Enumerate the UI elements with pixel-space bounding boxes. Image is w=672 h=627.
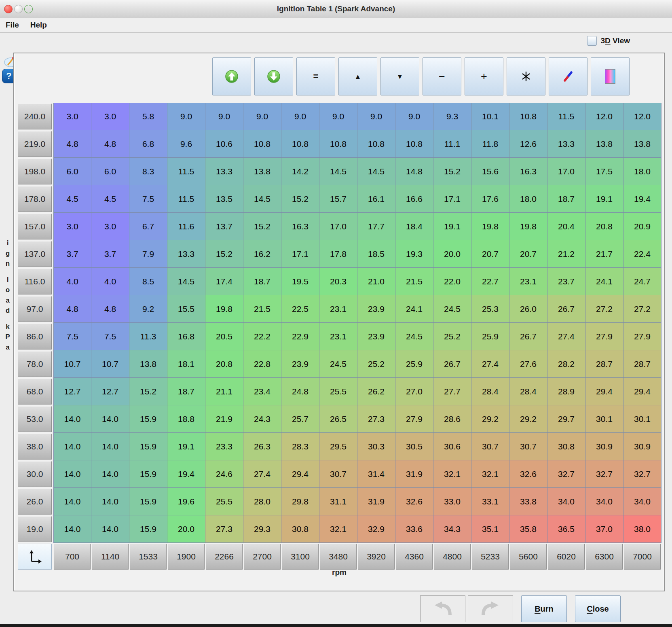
value-cell[interactable]: 24.3 bbox=[243, 405, 281, 433]
value-cell[interactable]: 26.7 bbox=[433, 350, 471, 378]
value-cell[interactable]: 10.8 bbox=[395, 130, 433, 158]
value-cell[interactable]: 26.7 bbox=[509, 323, 547, 350]
value-cell[interactable]: 11.8 bbox=[471, 130, 509, 158]
value-cell[interactable]: 23.4 bbox=[243, 378, 281, 405]
rpm-header-cell[interactable]: 1533 bbox=[130, 544, 167, 570]
value-cell[interactable]: 13.8 bbox=[623, 130, 661, 158]
value-cell[interactable]: 14.0 bbox=[53, 515, 91, 543]
value-cell[interactable]: 35.8 bbox=[509, 515, 547, 543]
value-cell[interactable]: 23.9 bbox=[281, 350, 319, 378]
value-cell[interactable]: 10.7 bbox=[91, 350, 129, 378]
load-header-cell[interactable]: 86.0 bbox=[18, 324, 52, 350]
value-cell[interactable]: 16.1 bbox=[357, 185, 395, 213]
value-cell[interactable]: 9.0 bbox=[281, 103, 319, 130]
value-cell[interactable]: 27.0 bbox=[395, 378, 433, 405]
load-header-cell[interactable]: 178.0 bbox=[18, 186, 52, 212]
value-cell[interactable]: 15.2 bbox=[205, 240, 243, 268]
value-cell[interactable]: 29.8 bbox=[281, 488, 319, 515]
value-cell[interactable]: 15.2 bbox=[243, 213, 281, 240]
value-cell[interactable]: 13.3 bbox=[167, 240, 205, 268]
value-cell[interactable]: 36.5 bbox=[547, 515, 585, 543]
value-cell[interactable]: 15.2 bbox=[433, 158, 471, 185]
rpm-header-cell[interactable]: 7000 bbox=[624, 544, 661, 570]
menu-file[interactable]: File bbox=[6, 21, 19, 30]
value-cell[interactable]: 4.5 bbox=[91, 185, 129, 213]
load-header-cell[interactable]: 97.0 bbox=[18, 296, 52, 322]
value-cell[interactable]: 29.3 bbox=[243, 515, 281, 543]
rpm-header-cell[interactable]: 2266 bbox=[206, 544, 243, 570]
value-cell[interactable]: 14.0 bbox=[91, 515, 129, 543]
value-cell[interactable]: 20.0 bbox=[167, 515, 205, 543]
value-cell[interactable]: 3.7 bbox=[91, 240, 129, 268]
value-cell[interactable]: 15.2 bbox=[281, 185, 319, 213]
value-cell[interactable]: 28.7 bbox=[623, 350, 661, 378]
value-cell[interactable]: 11.5 bbox=[167, 185, 205, 213]
value-cell[interactable]: 15.7 bbox=[319, 185, 357, 213]
value-cell[interactable]: 28.7 bbox=[585, 350, 623, 378]
value-cell[interactable]: 15.6 bbox=[471, 158, 509, 185]
value-cell[interactable]: 16.8 bbox=[167, 323, 205, 350]
value-cell[interactable]: 4.8 bbox=[53, 130, 91, 158]
value-cell[interactable]: 37.0 bbox=[585, 515, 623, 543]
subtract-button[interactable]: − bbox=[423, 57, 461, 95]
rpm-header-cell[interactable]: 3100 bbox=[282, 544, 319, 570]
value-cell[interactable]: 15.2 bbox=[129, 378, 167, 405]
value-cell[interactable]: 25.2 bbox=[357, 350, 395, 378]
value-cell[interactable]: 26.7 bbox=[547, 295, 585, 323]
value-cell[interactable]: 14.5 bbox=[167, 268, 205, 295]
value-cell[interactable]: 30.7 bbox=[471, 433, 509, 460]
value-cell[interactable]: 22.8 bbox=[243, 350, 281, 378]
value-cell[interactable]: 12.7 bbox=[53, 378, 91, 405]
value-cell[interactable]: 18.5 bbox=[357, 240, 395, 268]
value-cell[interactable]: 27.9 bbox=[623, 323, 661, 350]
value-cell[interactable]: 13.3 bbox=[547, 130, 585, 158]
value-cell[interactable]: 9.0 bbox=[205, 103, 243, 130]
set-equal-button[interactable]: = bbox=[296, 57, 335, 95]
value-cell[interactable]: 3.7 bbox=[53, 240, 91, 268]
value-cell[interactable]: 11.5 bbox=[167, 158, 205, 185]
value-cell[interactable]: 30.1 bbox=[623, 405, 661, 433]
value-cell[interactable]: 17.8 bbox=[319, 240, 357, 268]
value-cell[interactable]: 23.7 bbox=[547, 268, 585, 295]
value-cell[interactable]: 4.0 bbox=[91, 268, 129, 295]
axis-corner-button[interactable] bbox=[18, 544, 52, 570]
value-cell[interactable]: 31.9 bbox=[357, 488, 395, 515]
value-cell[interactable]: 28.2 bbox=[547, 350, 585, 378]
value-cell[interactable]: 22.9 bbox=[281, 323, 319, 350]
value-cell[interactable]: 3.0 bbox=[53, 213, 91, 240]
color-gradient-button[interactable] bbox=[591, 57, 630, 95]
value-cell[interactable]: 10.7 bbox=[53, 350, 91, 378]
value-cell[interactable]: 29.2 bbox=[471, 405, 509, 433]
value-cell[interactable]: 19.3 bbox=[395, 240, 433, 268]
value-cell[interactable]: 10.8 bbox=[281, 130, 319, 158]
value-cell[interactable]: 30.9 bbox=[623, 433, 661, 460]
rpm-header-cell[interactable]: 6300 bbox=[586, 544, 623, 570]
value-cell[interactable]: 29.7 bbox=[547, 405, 585, 433]
value-cell[interactable]: 13.8 bbox=[585, 130, 623, 158]
menu-help[interactable]: Help bbox=[30, 21, 47, 30]
value-cell[interactable]: 35.1 bbox=[471, 515, 509, 543]
value-cell[interactable]: 12.0 bbox=[623, 103, 661, 130]
value-cell[interactable]: 28.9 bbox=[547, 378, 585, 405]
value-cell[interactable]: 34.0 bbox=[585, 488, 623, 515]
value-cell[interactable]: 18.4 bbox=[395, 213, 433, 240]
scale-down-button[interactable] bbox=[254, 57, 293, 95]
value-cell[interactable]: 14.0 bbox=[53, 460, 91, 488]
value-cell[interactable]: 19.8 bbox=[471, 213, 509, 240]
load-header-cell[interactable]: 157.0 bbox=[18, 214, 52, 239]
value-cell[interactable]: 27.7 bbox=[433, 378, 471, 405]
value-cell[interactable]: 20.8 bbox=[585, 213, 623, 240]
value-cell[interactable]: 9.0 bbox=[357, 103, 395, 130]
value-cell[interactable]: 32.7 bbox=[585, 460, 623, 488]
value-cell[interactable]: 13.3 bbox=[205, 158, 243, 185]
value-cell[interactable]: 12.0 bbox=[585, 103, 623, 130]
value-cell[interactable]: 14.0 bbox=[53, 405, 91, 433]
value-cell[interactable]: 24.6 bbox=[205, 460, 243, 488]
value-cell[interactable]: 29.5 bbox=[319, 433, 357, 460]
value-cell[interactable]: 6.7 bbox=[129, 213, 167, 240]
value-cell[interactable]: 14.0 bbox=[91, 433, 129, 460]
value-cell[interactable]: 6.0 bbox=[91, 158, 129, 185]
value-cell[interactable]: 4.0 bbox=[53, 268, 91, 295]
value-cell[interactable]: 9.0 bbox=[243, 103, 281, 130]
value-cell[interactable]: 30.3 bbox=[357, 433, 395, 460]
